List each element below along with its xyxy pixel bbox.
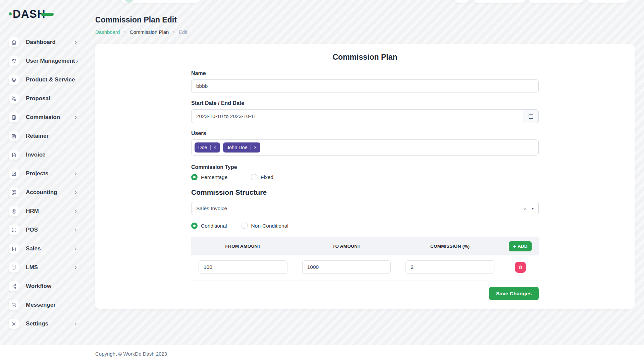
chevron-right-icon [73,265,78,270]
chevron-right-icon [73,172,78,176]
sidebar-item-label: HRM [26,208,39,215]
radio-unselected-icon [241,223,248,229]
from-amount-input[interactable] [199,260,287,274]
book-icon [9,262,19,273]
commission-plan-card: Commission Plan Name Start Date / End Da… [95,44,635,309]
commission-type-label: Commission Type [191,164,539,170]
chevron-down-icon: ▾ [532,206,534,211]
copyright-text: Copyright © WorkDo Dash 2023 [95,351,167,357]
column-header-commission: Commission (%) [398,244,502,249]
radio-non-conditional[interactable]: Non-Conditional [241,223,288,229]
check-square-icon [9,169,19,179]
sidebar-item-hrm[interactable]: HRM [9,202,78,221]
radio-unselected-icon [251,174,257,180]
sidebar-item-lms[interactable]: LMS [9,258,78,277]
name-input[interactable] [191,79,539,93]
user-tag-label: Doe [198,145,207,150]
sidebar-item-sales[interactable]: Sales [9,239,78,258]
sidebar-item-label: Dashboard [26,39,56,46]
breadcrumb-separator: › [173,29,174,35]
sidebar-item-accounting[interactable]: Accounting [9,183,78,202]
squares-plus-icon [9,187,19,197]
sidebar-item-pos[interactable]: POS [9,221,78,239]
floppy-icon [9,131,19,141]
to-amount-input[interactable] [302,260,391,274]
chevron-right-icon [73,247,78,251]
sidebar-item-label: Proposal [26,95,50,102]
sidebar-item-label: Messenger [26,302,56,308]
calendar-button[interactable] [524,109,539,123]
radio-label: Non-Conditional [251,223,288,229]
table-header-row: From Amount To Amount Commission (%) + A… [191,237,539,255]
tag-divider [210,145,211,150]
sidebar-item-invoice[interactable]: Invoice [9,145,78,164]
name-label: Name [191,70,539,76]
document-icon [9,244,19,254]
calendar-icon [528,113,534,119]
table-row [191,255,539,281]
logo-dash-bar [41,13,54,16]
radio-fixed[interactable]: Fixed [251,174,273,180]
share-icon [9,281,19,291]
structure-select-value: Sales Invoice [196,205,227,212]
home-icon [9,37,19,47]
main-content: Commission Plan Edit Dashboard › Commiss… [87,0,644,309]
breadcrumb-commission-plan: Commission Plan [130,29,169,35]
sidebar-item-messenger[interactable]: Messenger [9,296,78,314]
chevron-right-icon [73,190,78,195]
sidebar-item-product-service[interactable]: Product & Service [9,70,78,89]
sidebar-item-user-management[interactable]: User Management [9,52,78,70]
sidebar-item-retainer[interactable]: Retainer [9,127,78,145]
structure-select[interactable]: Sales Invoice × ▾ [191,202,539,215]
dash-logo[interactable]: DASH [9,7,78,21]
breadcrumb-dashboard-link[interactable]: Dashboard [95,29,120,35]
sidebar-item-label: Projects [26,170,48,177]
radio-label: Percentage [201,174,227,180]
radio-percentage[interactable]: Percentage [191,174,251,180]
radio-conditional[interactable]: Conditional [191,223,227,229]
users-multiselect[interactable]: Doe × John Doe × [191,139,539,156]
sidebar-item-label: Product & Service [26,76,75,83]
user-tag-label: John Doe [227,145,248,150]
user-scan-icon [9,206,19,216]
sidebar-item-workflow[interactable]: Workflow [9,277,78,296]
clear-selection-icon[interactable]: × [524,206,527,212]
logo-text: DASH [13,8,46,19]
chevron-right-icon [75,59,79,63]
sidebar-item-proposal[interactable]: Proposal [9,89,78,108]
commission-percent-input[interactable] [406,260,494,274]
sidebar-item-settings[interactable]: Settings [9,314,78,333]
trash-icon [518,265,523,270]
user-tag: Doe × [195,142,220,153]
plus-icon: + [513,243,516,249]
commission-rate-table: From Amount To Amount Commission (%) + A… [191,237,539,281]
sidebar-item-projects[interactable]: Projects [9,164,78,183]
sidebar-item-label: Accounting [26,189,57,196]
add-row-button[interactable]: + ADD [509,241,531,251]
breadcrumb-edit: Edit [179,29,187,35]
sidebar: DASH Dashboard User Management Product &… [0,0,87,333]
sidebar-item-label: LMS [26,264,38,271]
workflow-squares-icon [9,94,19,104]
save-changes-button[interactable]: Save Changes [489,287,539,300]
sidebar-item-commission[interactable]: Commission [9,108,78,127]
card-title: Commission Plan [191,53,539,62]
sidebar-item-label: Workflow [26,283,51,290]
remove-tag-icon[interactable]: × [214,145,216,150]
sidebar-item-dashboard[interactable]: Dashboard [9,33,78,52]
radio-label: Conditional [201,223,227,229]
date-range-input[interactable] [191,109,524,123]
sidebar-item-label: User Management [26,58,75,64]
add-button-label: ADD [518,244,527,249]
users-icon [9,56,19,66]
footer: Copyright © WorkDo Dash 2023 [0,345,644,362]
sidebar-item-label: Commission [26,114,60,121]
gear-icon [9,319,19,329]
column-header-to-amount: To Amount [295,244,398,249]
delete-row-button[interactable] [515,262,526,273]
user-tag: John Doe × [223,142,260,153]
sidebar-item-label: Settings [26,320,48,327]
chevron-right-icon [73,115,78,120]
dots-grid-icon [9,225,19,235]
remove-tag-icon[interactable]: × [254,145,257,150]
